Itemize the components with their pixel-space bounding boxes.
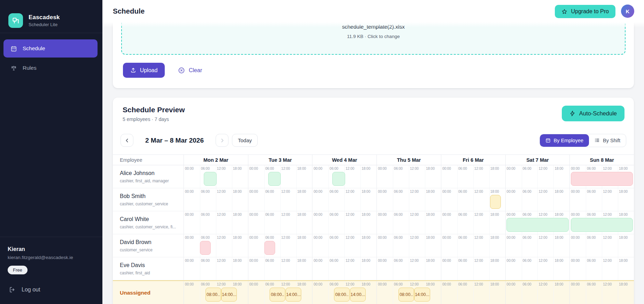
day-cell[interactable]: 00:0006:0012:0018:00 (248, 188, 312, 211)
day-cell[interactable]: 00:0006:0012:0018:0008:00..14:00... (377, 281, 441, 304)
employee-cell: Unassigned (113, 281, 184, 304)
time-tick-label: 00:00 (571, 190, 580, 193)
shift-block[interactable] (200, 241, 211, 255)
toggle-by-employee[interactable]: By Employee (540, 134, 589, 147)
day-cell[interactable]: 00:0006:0012:0018:00 (569, 257, 634, 280)
day-cell[interactable]: 00:0006:0012:0018:00 (184, 257, 248, 280)
time-tick-label: 06:00 (394, 236, 403, 240)
time-tick-label: 12:00 (217, 282, 226, 286)
day-cell[interactable]: 00:0006:0012:0018:00 (248, 211, 312, 234)
time-tick-label: 00:00 (249, 282, 258, 286)
day-cell[interactable]: 00:0006:0012:0018:00 (505, 281, 570, 304)
shift-block[interactable] (264, 241, 275, 255)
time-tick-label: 12:00 (474, 213, 483, 216)
day-cell[interactable]: 00:0006:0012:0018:00 (441, 165, 505, 188)
gridline (328, 188, 329, 211)
day-cell[interactable]: 00:0006:0012:0018:00 (184, 211, 248, 234)
day-cell[interactable]: 00:0006:0012:0018:00 (248, 165, 312, 188)
employee-row: Eve Daviscashier, first_aid00:0006:0012:… (113, 257, 634, 280)
day-cell[interactable]: 00:0006:0012:0018:00 (312, 234, 377, 257)
time-tick-label: 00:00 (249, 190, 258, 193)
day-cell[interactable]: 00:0006:0012:0018:00 (441, 281, 505, 304)
day-cell[interactable]: 00:0006:0012:0018:00 (441, 188, 505, 211)
upload-button[interactable]: Upload (123, 63, 165, 78)
day-cell[interactable]: 00:0006:0012:0018:00 (569, 234, 634, 257)
shift-block[interactable]: 14:00... (350, 288, 366, 302)
day-cell[interactable]: 00:0006:0012:0018:00 (312, 257, 377, 280)
shift-block[interactable]: 14:00... (221, 288, 237, 302)
day-cell[interactable]: 00:0006:0012:0018:00 (312, 165, 377, 188)
employee-name: Eve Davis (120, 262, 184, 268)
sidebar-item-schedule[interactable]: Schedule (3, 39, 98, 58)
day-header: Fri 6 Mar (441, 155, 505, 165)
day-cell[interactable]: 00:0006:0012:0018:00 (377, 188, 441, 211)
shift-block[interactable] (204, 172, 217, 186)
day-cell[interactable]: 00:0006:0012:0018:00 (569, 281, 634, 304)
employee-cell: Alice Johnsoncashier, first_aid, manager (113, 165, 184, 188)
day-cell[interactable]: 00:0006:0012:0018:00 (505, 211, 570, 234)
shift-block[interactable]: 14:00... (414, 288, 430, 302)
time-tick-label: 18:00 (619, 213, 628, 216)
day-cell[interactable]: 00:0006:0012:0018:00 (377, 257, 441, 280)
day-cell[interactable]: 00:0006:0012:0018:00 (248, 257, 312, 280)
day-cell[interactable]: 00:0006:0012:0018:00 (505, 234, 570, 257)
day-cell[interactable]: 00:0006:0012:0018:0008:00..14:00... (184, 281, 248, 304)
time-tick-label: 12:00 (603, 236, 612, 240)
day-cell[interactable]: 00:0006:0012:0018:00 (312, 211, 377, 234)
day-cell[interactable]: 00:0006:0012:0018:00 (377, 211, 441, 234)
shift-block[interactable]: 08:00.. (270, 288, 285, 302)
time-tick-label: 00:00 (571, 259, 580, 263)
upgrade-to-pro-button[interactable]: Upgrade to Pro (555, 5, 615, 18)
preview-subtitle: 5 employees · 7 days (123, 116, 185, 122)
day-cell[interactable]: 00:0006:0012:0018:00 (312, 188, 377, 211)
shift-block[interactable]: 08:00.. (334, 288, 350, 302)
shift-block[interactable] (490, 195, 501, 209)
day-cell[interactable]: 00:0006:0012:0018:00 (184, 234, 248, 257)
shift-block[interactable] (506, 218, 568, 232)
clear-button[interactable]: Clear (178, 67, 202, 74)
day-cell[interactable]: 00:0006:0012:0018:00 (377, 165, 441, 188)
day-cell[interactable]: 00:0006:0012:0018:00 (505, 165, 570, 188)
gridline (216, 234, 216, 257)
gridline (232, 211, 232, 234)
shift-block[interactable] (571, 172, 633, 186)
employee-name: Unassigned (120, 290, 184, 296)
gridline (200, 211, 200, 234)
time-tick-label: 12:00 (346, 282, 354, 286)
time-tick-label: 18:00 (362, 213, 370, 216)
day-cell[interactable]: 00:0006:0012:0018:00 (184, 188, 248, 211)
shift-block[interactable]: 08:00.. (398, 288, 414, 302)
day-cell[interactable]: 00:0006:0012:0018:00 (184, 165, 248, 188)
unassigned-row: Unassigned00:0006:0012:0018:0008:00..14:… (113, 280, 634, 304)
day-cell[interactable]: 00:0006:0012:0018:00 (505, 188, 570, 211)
gridline (457, 281, 458, 304)
shift-block[interactable] (571, 218, 633, 232)
day-cell[interactable]: 00:0006:0012:0018:00 (441, 211, 505, 234)
today-button[interactable]: Today (232, 134, 258, 147)
shift-block[interactable]: 08:00.. (205, 288, 221, 302)
next-week-button[interactable] (216, 134, 228, 147)
day-cell[interactable]: 00:0006:0012:0018:00 (248, 234, 312, 257)
day-cell[interactable]: 00:0006:0012:0018:00 (569, 211, 634, 234)
day-cell[interactable]: 00:0006:0012:0018:00 (569, 188, 634, 211)
day-cell[interactable]: 00:0006:0012:0018:00 (441, 257, 505, 280)
day-cell[interactable]: 00:0006:0012:0018:00 (569, 165, 634, 188)
day-cell[interactable]: 00:0006:0012:0018:00 (441, 234, 505, 257)
day-cell[interactable]: 00:0006:0012:0018:0008:00..14:00... (312, 281, 377, 304)
auto-schedule-button[interactable]: Auto-Schedule (562, 106, 624, 121)
toggle-by-shift[interactable]: By Shift (589, 134, 626, 147)
day-cell[interactable]: 00:0006:0012:0018:00 (377, 234, 441, 257)
prev-week-button[interactable] (121, 134, 133, 147)
sidebar-item-rules[interactable]: Rules (3, 59, 98, 77)
logout-button[interactable]: Log out (8, 286, 95, 293)
time-tick-label: 12:00 (217, 259, 226, 263)
time-tick-label: 18:00 (490, 259, 499, 263)
gridline (409, 188, 409, 211)
time-tick-label: 12:00 (346, 167, 354, 170)
day-cell[interactable]: 00:0006:0012:0018:00 (505, 257, 570, 280)
shift-block[interactable]: 14:00... (286, 288, 301, 302)
shift-block[interactable] (268, 172, 281, 186)
day-cell[interactable]: 00:0006:0012:0018:0008:00..14:00... (248, 281, 312, 304)
shift-block[interactable] (332, 172, 345, 186)
user-avatar[interactable]: K (621, 5, 634, 18)
